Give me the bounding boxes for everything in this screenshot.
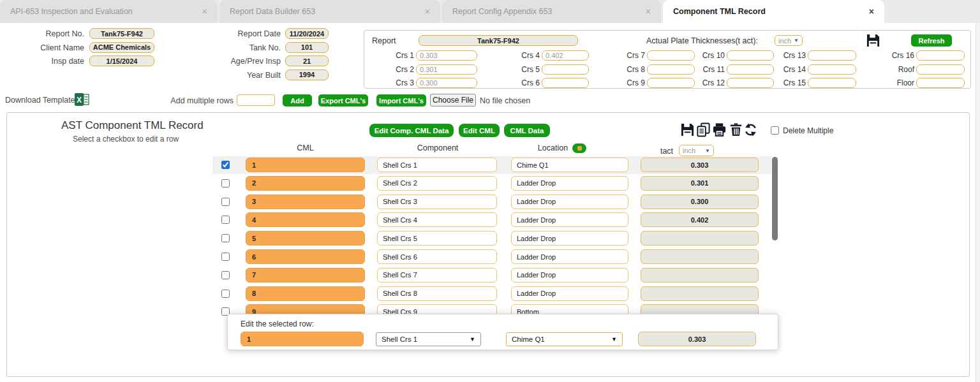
- print-icon[interactable]: [712, 122, 727, 137]
- row-cml-cell[interactable]: 7: [246, 268, 365, 283]
- form-field-client-name[interactable]: ACME Chemicals: [89, 42, 154, 53]
- download-template-link[interactable]: Download Template: [5, 96, 75, 105]
- crs-input-crs-12[interactable]: [727, 78, 774, 88]
- row-component-cell[interactable]: Shell Crs 3: [377, 195, 497, 209]
- row-location-cell[interactable]: Ladder Drop: [511, 231, 628, 246]
- crs-input-crs-1[interactable]: 0.303: [416, 50, 477, 61]
- table-scrollbar-thumb[interactable]: [772, 157, 778, 240]
- export-cmls-button[interactable]: Export CML's: [318, 94, 368, 107]
- crs-input-crs-15[interactable]: [808, 78, 856, 88]
- row-tact-cell[interactable]: [641, 268, 759, 283]
- crs-input-floor[interactable]: [916, 78, 965, 88]
- copy-icon[interactable]: [696, 122, 711, 137]
- row-cml-cell[interactable]: 4: [246, 212, 365, 227]
- tab-report-config-appendix-653[interactable]: Report Config Appendix 653×: [442, 0, 661, 23]
- row-component-cell[interactable]: Shell Crs 4: [377, 212, 497, 227]
- form-field-report-date[interactable]: 11/20/2024: [285, 28, 329, 39]
- close-icon[interactable]: ×: [646, 6, 651, 17]
- crs-input-crs-10[interactable]: [727, 50, 774, 61]
- page-scrollbar-track[interactable]: [976, 23, 980, 382]
- form-field-age-prev-insp[interactable]: 21: [285, 55, 329, 66]
- crs-input-crs-9[interactable]: [647, 78, 695, 88]
- save-icon[interactable]: [866, 33, 880, 48]
- row-checkbox-3[interactable]: [221, 198, 230, 206]
- crs-input-crs-7[interactable]: [647, 50, 695, 61]
- row-component-cell[interactable]: Shell Crs 2: [377, 176, 497, 191]
- edit-row-cml-cell[interactable]: 1: [241, 332, 364, 346]
- tab-report-data-builder-653[interactable]: Report Data Builder 653×: [219, 0, 440, 23]
- edit-cml-button[interactable]: Edit CML: [459, 124, 500, 137]
- row-checkbox-8[interactable]: [221, 290, 230, 298]
- edit-comp-cml-data-button[interactable]: Edit Comp. CML Data: [369, 124, 454, 137]
- import-cmls-button[interactable]: Import CML's: [376, 94, 426, 107]
- edit-row-tact-field[interactable]: 0.303: [638, 332, 756, 346]
- crs-input-crs-14[interactable]: [808, 64, 856, 75]
- form-field-tank-no-[interactable]: 101: [285, 42, 329, 53]
- row-tact-cell[interactable]: 0.300: [641, 195, 759, 209]
- form-field-year-built[interactable]: 1994: [285, 70, 329, 80]
- crs-input-roof[interactable]: [916, 64, 965, 75]
- tab-component-tml-record[interactable]: Component TML Record×: [663, 0, 884, 23]
- row-component-cell[interactable]: Shell Crs 1: [377, 158, 497, 172]
- row-tact-cell[interactable]: 0.402: [641, 212, 759, 227]
- row-location-cell[interactable]: Chime Q1: [511, 158, 628, 172]
- choose-file-button[interactable]: Choose File: [430, 94, 476, 107]
- crs-input-crs-11[interactable]: [727, 64, 774, 75]
- row-tact-cell[interactable]: [641, 231, 759, 246]
- save-icon[interactable]: [680, 122, 695, 137]
- row-checkbox-2[interactable]: [221, 179, 230, 187]
- row-component-cell[interactable]: Shell Crs 8: [377, 286, 497, 301]
- row-checkbox-4[interactable]: [221, 216, 230, 224]
- row-checkbox-5[interactable]: [221, 234, 230, 242]
- row-component-cell[interactable]: Shell Crs 6: [377, 249, 497, 264]
- row-checkbox-6[interactable]: [221, 253, 230, 261]
- cml-data-button[interactable]: CML Data: [504, 124, 550, 137]
- row-tact-cell[interactable]: [641, 249, 759, 264]
- row-component-cell[interactable]: Shell Crs 5: [377, 231, 497, 246]
- crs-input-crs-16[interactable]: [916, 50, 965, 61]
- row-location-cell[interactable]: Ladder Drop: [511, 286, 628, 301]
- crs-input-crs-2[interactable]: 0.301: [416, 64, 477, 75]
- row-tact-cell[interactable]: 0.301: [641, 176, 759, 191]
- crs-input-crs-13[interactable]: [808, 50, 856, 61]
- thickness-unit-select[interactable]: inch ▼: [775, 35, 803, 46]
- close-icon[interactable]: ×: [202, 6, 207, 17]
- add-button[interactable]: Add: [283, 94, 312, 107]
- crs-input-crs-4[interactable]: 0.402: [542, 50, 589, 61]
- row-tact-cell[interactable]: [641, 286, 759, 301]
- report-field[interactable]: Tank75-F942: [419, 35, 578, 46]
- form-field-insp-date[interactable]: 1/15/2024: [89, 55, 154, 66]
- row-location-cell[interactable]: Ladder Drop: [511, 212, 628, 227]
- row-location-cell[interactable]: Ladder Drop: [511, 195, 628, 209]
- row-cml-cell[interactable]: 5: [246, 231, 365, 246]
- row-cml-cell[interactable]: 2: [246, 176, 365, 191]
- tab-api-653-inspection[interactable]: API-653 Inspection and Evaluation×: [0, 0, 218, 23]
- add-multiple-rows-input[interactable]: [237, 94, 275, 106]
- row-checkbox-1[interactable]: [221, 161, 230, 169]
- row-location-cell[interactable]: Ladder Drop: [511, 176, 628, 191]
- trash-icon[interactable]: [729, 122, 743, 137]
- row-location-cell[interactable]: Ladder Drop: [511, 268, 628, 283]
- row-cml-cell[interactable]: 8: [246, 286, 365, 301]
- row-cml-cell[interactable]: 3: [246, 195, 365, 209]
- form-field-report-no-[interactable]: Tank75-F942: [89, 28, 154, 39]
- refresh-button[interactable]: Refresh: [911, 34, 952, 47]
- close-icon[interactable]: ×: [869, 6, 874, 17]
- crs-input-crs-3[interactable]: 0.300: [416, 78, 477, 88]
- row-tact-cell[interactable]: 0.303: [641, 158, 759, 172]
- refresh-icon[interactable]: [743, 122, 758, 137]
- edit-row-component-select[interactable]: Shell Crs 1 ▼: [376, 332, 481, 346]
- row-location-cell[interactable]: Ladder Drop: [511, 249, 628, 264]
- crs-input-crs-5[interactable]: [542, 64, 589, 75]
- crs-input-crs-6[interactable]: [542, 78, 589, 88]
- tact-unit-select[interactable]: inch ▼: [679, 145, 714, 156]
- edit-row-location-select[interactable]: Chime Q1 ▼: [506, 332, 623, 346]
- delete-multiple-checkbox[interactable]: [771, 126, 779, 135]
- close-icon[interactable]: ×: [425, 6, 430, 17]
- location-dropdown-pill[interactable]: [572, 143, 586, 153]
- row-component-cell[interactable]: Shell Crs 7: [377, 268, 497, 283]
- row-cml-cell[interactable]: 1: [246, 158, 365, 172]
- crs-input-crs-8[interactable]: [647, 64, 695, 75]
- row-checkbox-7[interactable]: [221, 271, 230, 279]
- excel-icon[interactable]: X: [74, 92, 89, 107]
